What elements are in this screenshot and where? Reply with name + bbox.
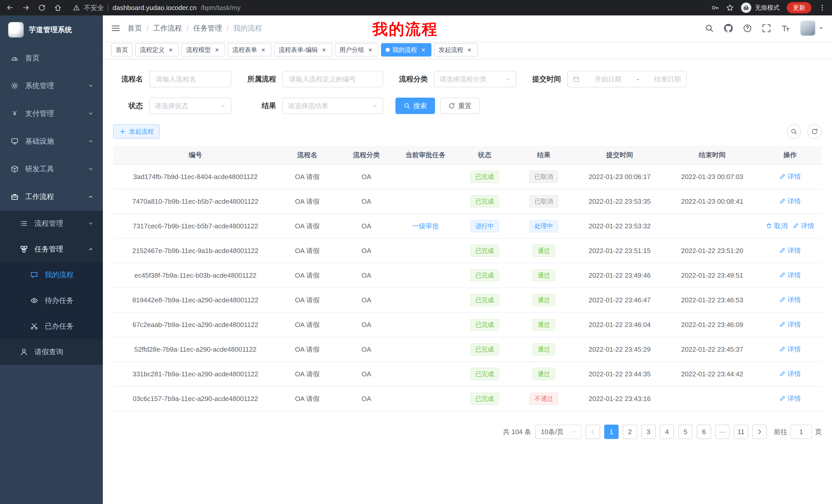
tab-process-definition[interactable]: 流程定义×: [135, 43, 179, 57]
result-cell: 不通过: [514, 386, 573, 411]
create-process-button[interactable]: 发起流程: [113, 124, 160, 139]
sidebar-item-process-manage[interactable]: 流程管理: [0, 211, 103, 236]
status-select[interactable]: 请选择状态: [149, 97, 231, 114]
status-badge: 已完成: [470, 269, 499, 282]
process-definition-input[interactable]: [282, 71, 383, 87]
address-bar[interactable]: 不安全 dashboard.yudao.iocoder.cn/bpm/task/…: [73, 3, 711, 12]
browser-reload-icon[interactable]: [38, 4, 46, 11]
sidebar-toggle-icon[interactable]: [111, 24, 120, 33]
page-button-6[interactable]: 6: [697, 425, 711, 439]
sidebar-item-done-tasks[interactable]: 已办任务: [0, 313, 103, 339]
user-avatar[interactable]: [800, 21, 824, 36]
task-manage-icon: [20, 245, 28, 253]
fullscreen-icon[interactable]: [762, 24, 771, 33]
sidebar-item-task-manage[interactable]: 任务管理: [0, 236, 103, 262]
tab-my-process[interactable]: 我的流程×: [381, 43, 432, 57]
github-icon[interactable]: [724, 24, 733, 33]
table-row: 3ad174fb-7b9d-11ec-8404-acde48001122OA 请…: [113, 164, 822, 189]
tab-label: 流程表单: [232, 46, 257, 54]
page-button-1[interactable]: 1: [604, 425, 619, 439]
password-key-icon[interactable]: [711, 4, 719, 11]
browser-back-icon[interactable]: [6, 4, 14, 11]
sidebar-item-workflow[interactable]: 工作流程: [0, 183, 103, 211]
search-button[interactable]: 搜索: [395, 97, 435, 114]
status-cell: 已完成: [455, 312, 514, 337]
bookmark-star-icon[interactable]: [726, 4, 734, 11]
page-button-5[interactable]: 5: [678, 425, 693, 439]
current-task-link[interactable]: 一级审批: [412, 222, 439, 231]
browser-forward-icon[interactable]: [22, 4, 30, 11]
next-page-button[interactable]: [752, 425, 767, 439]
sidebar-item-label: 支付管理: [25, 109, 54, 118]
infrastructure-icon: [10, 137, 19, 145]
detail-action-link[interactable]: 详情: [779, 246, 801, 255]
close-icon[interactable]: ×: [260, 46, 267, 54]
tab-user-group[interactable]: 用户分组×: [335, 43, 379, 57]
sidebar-item-todo-tasks[interactable]: 待办任务: [0, 288, 103, 313]
close-icon[interactable]: ×: [320, 46, 328, 54]
tab-start-process[interactable]: 发起流程×: [434, 43, 478, 57]
prev-page-button[interactable]: [586, 425, 600, 439]
breadcrumb-item[interactable]: 工作流程: [153, 23, 182, 33]
jump-page-input[interactable]: [790, 425, 812, 439]
tags-view: 首页流程定义×流程模型×流程表单×流程表单-编辑×用户分组×我的流程×发起流程×: [103, 41, 832, 59]
page-button-4[interactable]: 4: [660, 425, 674, 439]
browser-menu-icon[interactable]: [818, 4, 826, 11]
sidebar-item-payment[interactable]: ¥支付管理: [0, 100, 103, 128]
detail-action-link[interactable]: 详情: [779, 320, 801, 329]
app-brand[interactable]: 芋道管理系统: [0, 16, 103, 44]
header-search-icon[interactable]: [705, 24, 714, 33]
toggle-search-button[interactable]: [787, 124, 801, 139]
close-icon[interactable]: ×: [213, 46, 220, 54]
sidebar-item-infrastructure[interactable]: 基础设施: [0, 128, 103, 155]
tab-process-model[interactable]: 流程模型×: [182, 43, 225, 57]
payment-icon: ¥: [10, 110, 19, 117]
process-name-input[interactable]: [149, 71, 231, 87]
tab-process-form[interactable]: 流程表单×: [228, 43, 271, 57]
tab-process-form-edit[interactable]: 流程表单-编辑×: [274, 43, 332, 57]
page-button-11[interactable]: 11: [734, 425, 748, 439]
close-icon[interactable]: ×: [466, 46, 473, 54]
detail-action-link[interactable]: 详情: [779, 369, 801, 379]
sidebar-item-home[interactable]: 首页: [0, 44, 103, 72]
close-icon[interactable]: ×: [167, 46, 174, 54]
detail-action-link[interactable]: 详情: [779, 394, 801, 403]
detail-action-link[interactable]: 详情: [793, 221, 814, 230]
submit-time-range-picker[interactable]: 开始日期 - 结束日期: [567, 71, 686, 87]
category-select[interactable]: 请选择流程分类: [434, 71, 516, 87]
detail-action-link[interactable]: 详情: [779, 345, 801, 354]
reset-button[interactable]: 重置: [440, 97, 480, 114]
sidebar-item-system[interactable]: 系统管理: [0, 72, 103, 100]
detail-action-link[interactable]: 详情: [779, 197, 801, 206]
action-label: 详情: [787, 271, 801, 280]
status-badge: 已完成: [470, 343, 499, 356]
font-size-icon[interactable]: [781, 24, 790, 33]
help-icon[interactable]: [743, 24, 752, 33]
sidebar-item-my-process[interactable]: 我的流程: [0, 262, 103, 288]
browser-home-icon[interactable]: [54, 4, 62, 11]
sidebar-item-dev-tools[interactable]: 研发工具: [0, 155, 103, 183]
page-size-select[interactable]: 10条/页: [535, 425, 581, 439]
close-icon[interactable]: ×: [367, 46, 374, 54]
detail-action-link[interactable]: 详情: [779, 271, 801, 280]
detail-action-link[interactable]: 详情: [779, 172, 801, 181]
page-button-2[interactable]: 2: [623, 425, 637, 439]
breadcrumb-item[interactable]: 首页: [128, 23, 142, 33]
result-select[interactable]: 请选择流结果: [282, 97, 383, 114]
detail-action-link[interactable]: 详情: [779, 296, 801, 304]
process-category-cell: OA: [337, 362, 396, 386]
process-id-cell: 2152467e-7b9b-11ec-9a1b-acde48001122: [113, 239, 278, 263]
process-id-cell: 7470a810-7b9b-11ec-b5b7-acde48001122: [113, 189, 278, 214]
status-badge: 已完成: [470, 318, 499, 331]
more-pages-button[interactable]: ···: [715, 425, 730, 439]
close-icon[interactable]: ×: [420, 46, 427, 54]
table-row: 52ffd28e-7b9a-11ec-a290-acde48001122OA 请…: [113, 337, 822, 362]
breadcrumb-item[interactable]: 任务管理: [193, 23, 222, 33]
tab-home[interactable]: 首页: [111, 43, 133, 57]
sidebar-item-leave-query[interactable]: 请假查询: [0, 339, 103, 365]
cancel-action-link[interactable]: 取消: [766, 221, 787, 230]
page-button-3[interactable]: 3: [641, 425, 656, 439]
browser-update-button[interactable]: 更新: [787, 2, 811, 13]
sidebar-item-label: 请假查询: [34, 347, 63, 357]
refresh-table-button[interactable]: [807, 124, 822, 139]
